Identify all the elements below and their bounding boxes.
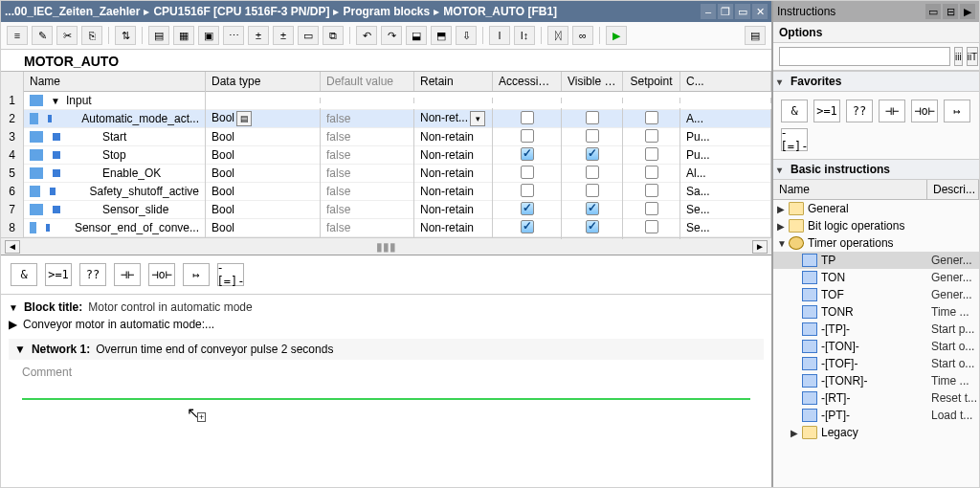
instruction-button[interactable]: ⊣o⊢: [911, 100, 938, 122]
tree-item[interactable]: -[TP]-Start p...: [773, 321, 979, 338]
tool-btn[interactable]: ⋯: [223, 26, 244, 45]
ladder-rung[interactable]: [22, 398, 750, 400]
checkbox[interactable]: [521, 166, 534, 179]
instruction-button[interactable]: -[=]-: [781, 128, 808, 151]
restore-icon[interactable]: ❐: [718, 4, 733, 19]
tree-item[interactable]: ▶General: [773, 200, 979, 217]
checkbox[interactable]: [586, 184, 599, 197]
column-name[interactable]: Name: [773, 180, 927, 199]
minimize-icon[interactable]: –: [701, 4, 716, 19]
network-header[interactable]: ▼ Network 1: Overrun time end of conveyo…: [9, 339, 764, 360]
checkbox[interactable]: [521, 184, 534, 197]
checkbox[interactable]: [586, 220, 599, 233]
tool-btn[interactable]: ⎘: [81, 26, 102, 45]
scroll-right-icon[interactable]: ►: [752, 240, 768, 254]
instruction-button[interactable]: ↦: [183, 263, 210, 286]
network-title[interactable]: Overrun time end of conveyor pulse 2 sec…: [96, 343, 333, 356]
checkbox[interactable]: [521, 220, 534, 233]
instruction-button[interactable]: >=1: [813, 100, 840, 122]
collapse-icon[interactable]: ▼: [14, 343, 26, 356]
checkbox[interactable]: [521, 202, 534, 215]
block-title-value[interactable]: Motor control in automatic mode: [88, 300, 252, 314]
maximize-icon[interactable]: ▭: [735, 4, 750, 19]
tool-btn[interactable]: ᛞ: [547, 26, 568, 45]
tool-btn[interactable]: ⇅: [115, 26, 136, 45]
close-icon[interactable]: ✕: [752, 4, 768, 19]
pin-icon[interactable]: ⊟: [943, 4, 958, 19]
tool-btn[interactable]: ⬒: [431, 26, 452, 45]
checkbox[interactable]: [645, 220, 658, 233]
instruction-button[interactable]: ??: [846, 100, 873, 122]
checkbox[interactable]: [586, 202, 599, 215]
chevron-right-icon[interactable]: ▶: [960, 4, 975, 19]
filter-icon[interactable]: iiT: [967, 47, 979, 66]
checkbox[interactable]: [586, 129, 599, 143]
tool-btn[interactable]: ±: [248, 26, 269, 45]
basic-instructions-header[interactable]: ▾ Basic instructions: [773, 159, 979, 180]
tool-btn[interactable]: ▭: [298, 26, 319, 45]
tool-btn[interactable]: ✎: [32, 26, 53, 45]
checkbox[interactable]: [586, 147, 599, 161]
scroll-left-icon[interactable]: ◄: [5, 240, 20, 254]
tree-item[interactable]: -[TON]-Start o...: [773, 338, 979, 355]
checkbox[interactable]: [586, 166, 599, 179]
dock-icon[interactable]: ▭: [925, 4, 941, 19]
tree-item[interactable]: TONGener...: [773, 269, 979, 286]
tree-item[interactable]: -[TONR]-Time ...: [773, 372, 979, 389]
instruction-button[interactable]: ⊣⊢: [879, 100, 905, 122]
instruction-button[interactable]: &: [781, 100, 808, 122]
expand-icon[interactable]: ▶: [9, 318, 17, 331]
tool-btn[interactable]: ▤: [148, 26, 169, 45]
breadcrumb-segment[interactable]: CPU1516F [CPU 1516F-3 PN/DP]: [153, 5, 329, 18]
tool-btn[interactable]: ≡: [7, 26, 28, 45]
instruction-button[interactable]: -[=]-: [217, 263, 244, 286]
tool-btn[interactable]: ⇩: [456, 26, 477, 45]
tool-btn[interactable]: ▤: [745, 26, 766, 45]
checkbox[interactable]: [645, 111, 658, 124]
instruction-button[interactable]: >=1: [45, 263, 72, 286]
tree-item[interactable]: TPGener...: [773, 252, 979, 269]
tool-btn[interactable]: ↶: [356, 26, 377, 45]
checkbox[interactable]: [645, 202, 658, 215]
search-input[interactable]: [779, 47, 950, 66]
instruction-button[interactable]: ⊣o⊢: [148, 263, 175, 286]
tool-btn[interactable]: I↕: [514, 26, 535, 45]
type-picker-icon[interactable]: ▤: [236, 111, 252, 126]
breadcrumb-segment[interactable]: Program blocks: [343, 5, 430, 18]
go-online-btn[interactable]: ▶: [606, 26, 627, 45]
breadcrumb-segment[interactable]: MOTOR_AUTO [FB1]: [443, 5, 557, 18]
favorites-header[interactable]: ▾ Favorites: [773, 71, 979, 92]
breadcrumb-segment[interactable]: ...00_IEC_Zeiten_Zaehler: [5, 5, 140, 18]
collapse-icon[interactable]: ▼: [9, 302, 18, 313]
chevron-right-icon[interactable]: ▶: [791, 428, 802, 438]
instruction-button[interactable]: &: [11, 263, 37, 286]
tree-item[interactable]: ▶Legacy: [773, 424, 979, 441]
checkbox[interactable]: [521, 111, 534, 124]
tool-btn[interactable]: ✂: [56, 26, 78, 45]
checkbox[interactable]: [521, 147, 534, 161]
tool-btn[interactable]: ▦: [173, 26, 194, 45]
chevron-down-icon[interactable]: ▼: [777, 238, 789, 249]
table-row[interactable]: 8Sensor_end_of_conve...BoolfalseNon-reta…: [1, 219, 771, 237]
tree-item[interactable]: -[RT]-Reset t...: [773, 389, 979, 407]
tool-btn[interactable]: ⬓: [406, 26, 427, 45]
checkbox[interactable]: [645, 147, 658, 161]
instruction-button[interactable]: ??: [79, 263, 106, 286]
tree-item[interactable]: TONRTime ...: [773, 303, 979, 321]
tool-btn[interactable]: ⧉: [323, 26, 344, 45]
horizontal-scrollbar[interactable]: ◄ ▮▮▮ ►: [1, 237, 771, 255]
checkbox[interactable]: [645, 166, 658, 179]
checkbox[interactable]: [521, 129, 534, 143]
tool-btn[interactable]: I: [489, 26, 510, 45]
collapse-icon[interactable]: ▼: [51, 96, 62, 106]
tool-btn[interactable]: ↷: [381, 26, 402, 45]
tool-btn[interactable]: ▣: [198, 26, 219, 45]
checkbox[interactable]: [586, 111, 599, 124]
tree-item[interactable]: ▶Bit logic operations: [773, 217, 979, 234]
instruction-button[interactable]: ⊣⊢: [114, 263, 141, 286]
tool-btn[interactable]: ∞: [572, 26, 593, 45]
tree-item[interactable]: -[PT]-Load t...: [773, 407, 979, 424]
tree-item[interactable]: TOFGener...: [773, 286, 979, 303]
chevron-right-icon[interactable]: ▶: [777, 221, 789, 232]
tree-item[interactable]: ▼Timer operations: [773, 234, 979, 252]
